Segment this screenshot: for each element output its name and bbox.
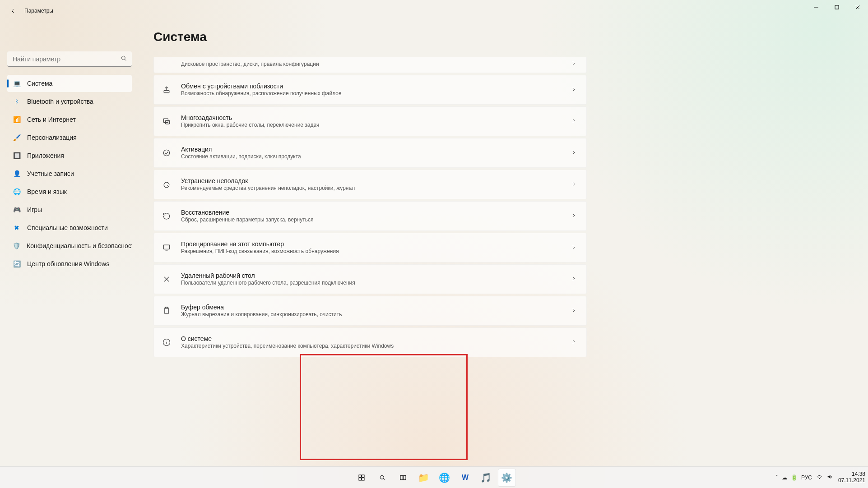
- row-clipboard[interactable]: Буфер обменаЖурнал вырезания и копирован…: [153, 296, 587, 326]
- nav-update[interactable]: 🔄Центр обновления Windows: [7, 255, 132, 272]
- row-text: АктивацияСостояние активации, подписки, …: [181, 145, 570, 161]
- task-view-button[interactable]: [394, 469, 412, 487]
- search-input[interactable]: [7, 51, 132, 67]
- row-subtitle: Возможность обнаружения, расположение по…: [181, 90, 570, 97]
- sidebar-item-label: Центр обновления Windows: [27, 260, 109, 267]
- taskbar-search[interactable]: [373, 469, 391, 487]
- user-avatar-block[interactable]: [7, 22, 132, 47]
- word-icon: W: [462, 474, 469, 482]
- row-subtitle: Журнал вырезания и копирования, синхрони…: [181, 311, 570, 318]
- row-recovery[interactable]: ВосстановлениеСброс, расширенные парамет…: [153, 201, 587, 231]
- svg-point-19: [819, 478, 819, 479]
- row-troubleshoot[interactable]: Устранение неполадокРекомендуемые средст…: [153, 170, 587, 199]
- titlebar: Параметры: [0, 0, 868, 22]
- volume-icon[interactable]: [826, 473, 834, 482]
- row-multitasking[interactable]: МногозадачностьПрикрепить окна, рабочие …: [153, 106, 587, 136]
- chevron-right-icon: [570, 117, 577, 126]
- svg-rect-0: [835, 5, 839, 9]
- nav-personalization[interactable]: 🖌️Персонализация: [7, 129, 132, 146]
- row-nearby-sharing[interactable]: Обмен с устройствами поблизостиВозможнос…: [153, 75, 587, 105]
- tray-icons: ˄ ☁ 🔋 РУС: [775, 473, 834, 482]
- sidebar-item-label: Игры: [27, 206, 42, 213]
- row-recovery-icon: [161, 211, 172, 221]
- nav-system[interactable]: 💻Система: [7, 75, 132, 92]
- svg-rect-13: [362, 475, 364, 477]
- window-controls: [806, 0, 868, 14]
- taskbar-icons: 📁 🌐 W 🎵 ⚙️: [353, 469, 516, 487]
- sidebar-item-label: Система: [27, 80, 52, 87]
- row-multitasking-icon: [161, 116, 172, 127]
- row-about-icon: [161, 337, 172, 348]
- row-subtitle: Пользователи удаленного рабочего стола, …: [181, 280, 570, 287]
- sidebar-item-label: Персонализация: [27, 134, 77, 141]
- row-about[interactable]: О системеХарактеристики устройства, пере…: [153, 327, 587, 357]
- clock[interactable]: 14:38 07.11.2021: [838, 471, 865, 483]
- row-storage[interactable]: Дисковое пространство, диски, правила ко…: [153, 57, 587, 73]
- search-wrapper: [7, 51, 132, 67]
- wifi-icon[interactable]: [816, 473, 823, 482]
- page-title: Система: [153, 30, 850, 44]
- battery-icon[interactable]: 🔋: [791, 474, 798, 481]
- row-projecting-icon: [161, 242, 172, 253]
- nav-apps[interactable]: 🔲Приложения: [7, 147, 132, 164]
- row-subtitle: Сброс, расширенные параметры запуска, ве…: [181, 216, 570, 224]
- svg-rect-8: [163, 245, 169, 249]
- nav-network-icon: 📶: [13, 115, 21, 124]
- close-button[interactable]: [847, 0, 868, 14]
- nav-accounts[interactable]: 👤Учетные записи: [7, 165, 132, 182]
- edge-button[interactable]: 🌐: [436, 469, 454, 487]
- row-title: Активация: [181, 145, 570, 153]
- search-icon: [120, 55, 127, 64]
- clock-time: 14:38: [838, 471, 865, 477]
- row-text: ВосстановлениеСброс, расширенные парамет…: [181, 208, 570, 224]
- clock-date: 07.11.2021: [838, 478, 865, 483]
- row-text: Удаленный рабочий столПользователи удале…: [181, 272, 570, 287]
- svg-rect-12: [359, 475, 361, 477]
- word-button[interactable]: W: [456, 469, 474, 487]
- row-troubleshoot-icon: [161, 179, 172, 190]
- nav-time-language[interactable]: 🌐Время и язык: [7, 183, 132, 200]
- file-explorer-button[interactable]: 📁: [415, 469, 433, 487]
- tray-chevron-icon[interactable]: ˄: [775, 474, 778, 481]
- nav-network[interactable]: 📶Сеть и Интернет: [7, 111, 132, 128]
- nav-system-icon: 💻: [13, 79, 21, 87]
- svg-rect-14: [359, 478, 361, 480]
- start-button[interactable]: [353, 469, 371, 487]
- row-title: Буфер обмена: [181, 303, 570, 311]
- language-indicator[interactable]: РУС: [801, 474, 812, 481]
- maximize-button[interactable]: [826, 0, 847, 14]
- svg-rect-4: [164, 91, 169, 93]
- row-remote-desktop-icon: [161, 274, 172, 285]
- svg-point-1: [121, 56, 125, 60]
- row-activation[interactable]: АктивацияСостояние активации, подписки, …: [153, 138, 587, 168]
- search-icon: [379, 474, 386, 481]
- nav-privacy[interactable]: 🛡️Конфиденциальность и безопасность: [7, 237, 132, 254]
- maximize-icon: [833, 4, 840, 11]
- settings-button[interactable]: ⚙️: [498, 469, 516, 487]
- nav-accessibility[interactable]: ✖Специальные возможности: [7, 219, 132, 236]
- minimize-icon: [812, 4, 820, 11]
- sidebar: 💻СистемаᛒBluetooth и устройства📶Сеть и И…: [0, 22, 135, 466]
- row-title: Проецирование на этот компьютер: [181, 240, 570, 248]
- back-button[interactable]: [4, 2, 22, 20]
- row-text: Обмен с устройствами поблизостиВозможнос…: [181, 82, 570, 97]
- nav-apps-icon: 🔲: [13, 152, 21, 160]
- nav-accessibility-icon: ✖: [13, 224, 21, 232]
- chevron-right-icon: [570, 60, 577, 68]
- main-content: Система Дисковое пространство, диски, пр…: [135, 22, 868, 466]
- chevron-right-icon: [570, 307, 577, 315]
- svg-rect-15: [362, 478, 364, 480]
- row-nearby-sharing-icon: [161, 84, 172, 95]
- nav-gaming[interactable]: 🎮Игры: [7, 201, 132, 218]
- chevron-right-icon: [570, 86, 577, 94]
- row-subtitle: Характеристики устройства, переименовани…: [181, 343, 570, 350]
- onedrive-icon[interactable]: ☁: [782, 474, 787, 481]
- row-subtitle: Разрешения, ПИН-код связывания, возможно…: [181, 248, 570, 255]
- groove-button[interactable]: 🎵: [477, 469, 495, 487]
- row-projecting[interactable]: Проецирование на этот компьютерРазрешени…: [153, 233, 587, 262]
- row-remote-desktop[interactable]: Удаленный рабочий столПользователи удале…: [153, 264, 587, 294]
- chevron-right-icon: [570, 180, 577, 189]
- nav-bluetooth[interactable]: ᛒBluetooth и устройства: [7, 93, 132, 110]
- minimize-button[interactable]: [806, 0, 826, 14]
- nav-privacy-icon: 🛡️: [13, 242, 20, 250]
